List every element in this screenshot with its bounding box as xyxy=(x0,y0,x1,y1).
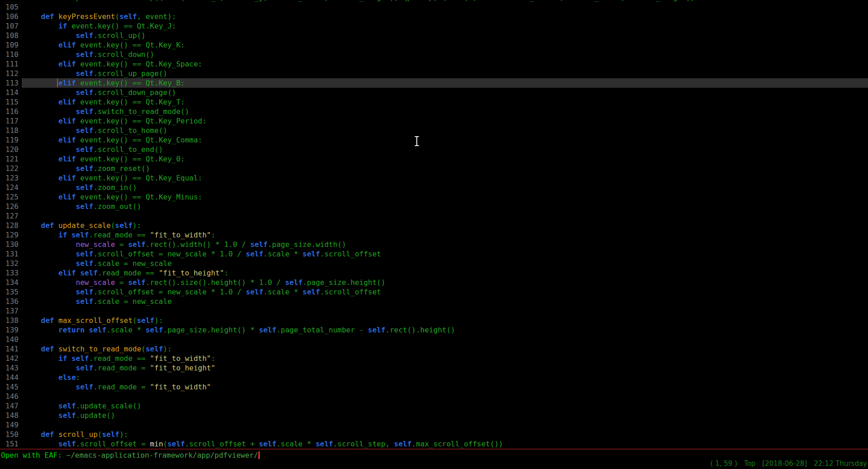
code-token: max_scroll_offset xyxy=(58,316,133,325)
minibuffer[interactable]: Open with EAF: ~/emacs-application-frame… xyxy=(1,450,868,460)
code-token xyxy=(24,259,76,268)
line-number: 118 xyxy=(0,126,22,135)
code-token: .read_mode = xyxy=(93,364,150,372)
code-token: : xyxy=(211,231,215,239)
code-text: elif event.key() == Qt.Key_Comma: xyxy=(22,135,868,145)
code-line[interactable]: 120 self.scroll_to_end() xyxy=(0,145,868,154)
code-line[interactable]: 110 self.scroll_down() xyxy=(0,50,868,59)
code-token: elif xyxy=(58,155,80,163)
code-token: self xyxy=(167,440,185,448)
code-token xyxy=(24,240,76,249)
code-token: self xyxy=(246,250,263,258)
code-text: self.switch_to_read_mode() xyxy=(22,107,868,116)
code-token: ( xyxy=(163,440,167,448)
code-token xyxy=(24,411,58,420)
code-token: new_scale xyxy=(76,278,115,287)
code-line[interactable]: 115 elif event.key() == Qt.Key_T: xyxy=(0,97,868,107)
code-line[interactable]: 139 return self.scale * self.page_size.h… xyxy=(0,325,868,335)
line-number: 148 xyxy=(0,411,22,420)
code-line[interactable]: 109 elif event.key() == Qt.Key_K: xyxy=(0,40,868,50)
code-token: "fit_to_height" xyxy=(159,269,224,277)
code-line[interactable]: 151 self.scroll_offset = min(self.scroll… xyxy=(0,439,868,449)
cursor-position-indicator: ( 1, 59 ) xyxy=(711,460,737,468)
code-text: self.scroll_offset = new_scale * 1.0 / s… xyxy=(22,249,868,259)
code-token: ( xyxy=(111,221,115,230)
code-line[interactable]: 123 elif event.key() == Qt.Key_Equal: xyxy=(0,173,868,183)
code-token: self xyxy=(115,221,133,230)
code-text: elif event.key() == Qt.Key_T: xyxy=(22,97,868,107)
code-token: ): xyxy=(163,345,172,353)
code-line[interactable]: 145 self.read_mode = "fit_to_width" xyxy=(0,382,868,392)
code-token: self xyxy=(394,440,412,448)
code-token: self xyxy=(76,126,94,135)
code-line[interactable]: 138 def max_scroll_offset(self): xyxy=(0,316,868,325)
code-text: else: xyxy=(22,373,868,382)
code-line[interactable]: 136 self.scale = new_scale xyxy=(0,297,868,306)
code-line[interactable]: 126 self.zoom_out() xyxy=(0,202,868,211)
code-line[interactable]: 117 elif event.key() == Qt.Key_Period: xyxy=(0,116,868,126)
code-line[interactable]: 105 xyxy=(0,2,868,12)
code-token: .scroll_to_end() xyxy=(93,145,163,154)
code-token: .scroll_down() xyxy=(93,50,154,59)
line-number: 129 xyxy=(0,230,22,240)
code-line[interactable]: 141 def switch_to_read_mode(self): xyxy=(0,344,868,354)
code-line[interactable]: 128 def update_scale(self): xyxy=(0,221,868,230)
code-line[interactable]: 150 def scroll_up(self): xyxy=(0,430,868,439)
code-token: "fit_to_height" xyxy=(150,364,215,372)
minibuffer-input-value[interactable]: ~/emacs-application-framework/app/pdfvie… xyxy=(67,451,258,460)
line-number: 113 xyxy=(0,78,22,88)
code-line[interactable]: 118 self.scroll_to_home() xyxy=(0,126,868,135)
line-number: 121 xyxy=(0,154,22,164)
code-token: self xyxy=(76,183,94,192)
code-line[interactable]: 127 xyxy=(0,211,868,221)
code-line[interactable]: 124 self.zoom_in() xyxy=(0,183,868,192)
code-token: = xyxy=(115,278,128,287)
code-line[interactable]: 148 self.update() xyxy=(0,411,868,420)
code-token: .scroll_to_home() xyxy=(93,126,167,135)
code-line[interactable]: 122 self.zoom_reset() xyxy=(0,164,868,173)
code-line[interactable]: 108 self.scroll_up() xyxy=(0,31,868,40)
code-text: self.scroll_up() xyxy=(22,31,868,40)
code-line[interactable]: 144 else: xyxy=(0,373,868,382)
code-line[interactable]: 140 xyxy=(0,335,868,344)
code-line[interactable]: 143 self.read_mode = "fit_to_height" xyxy=(0,363,868,373)
code-line[interactable]: 113 elif event.key() == Qt.Key_B: xyxy=(0,78,868,88)
code-line[interactable]: 142 if self.read_mode == "fit_to_width": xyxy=(0,354,868,363)
code-token xyxy=(24,345,41,353)
code-line[interactable]: 137 xyxy=(0,306,868,316)
code-line[interactable]: 147 self.update_scale() xyxy=(0,401,868,411)
code-line[interactable]: 134 new_scale = self.rect().size().heigh… xyxy=(0,278,868,287)
code-token: event.key() == Qt.Key_T: xyxy=(80,98,185,106)
code-line[interactable]: 119 elif event.key() == Qt.Key_Comma: xyxy=(0,135,868,145)
code-token: .zoom_reset() xyxy=(93,164,150,173)
code-text xyxy=(22,2,868,12)
code-line[interactable]: 107 if event.key() == Qt.Key_J: xyxy=(0,21,868,31)
code-token: update_scale xyxy=(58,221,111,230)
code-token: .zoom_out() xyxy=(93,202,141,211)
code-line[interactable]: 116 self.switch_to_read_mode() xyxy=(0,107,868,116)
code-token: self xyxy=(76,259,94,268)
code-line[interactable]: 125 elif event.key() == Qt.Key_Minus: xyxy=(0,192,868,202)
code-line[interactable]: 149 xyxy=(0,420,868,430)
code-line[interactable]: 132 self.scale = new_scale xyxy=(0,259,868,268)
code-token xyxy=(24,297,76,306)
code-line[interactable]: 133 elif self.read_mode == "fit_to_heigh… xyxy=(0,268,868,278)
code-line[interactable]: 106 def keyPressEvent(self, event): xyxy=(0,12,868,21)
code-text: def scroll_up(self): xyxy=(22,430,868,439)
code-line[interactable]: 131 self.scroll_offset = new_scale * 1.0… xyxy=(0,249,868,259)
code-line[interactable]: 121 elif event.key() == Qt.Key_0: xyxy=(0,154,868,164)
code-token: self xyxy=(146,345,163,353)
code-token: def xyxy=(41,345,59,353)
code-line[interactable]: 135 self.scroll_offset = new_scale * 1.0… xyxy=(0,287,868,297)
code-line[interactable]: 130 new_scale = self.rect().width() * 1.… xyxy=(0,240,868,249)
code-line[interactable]: 111 elif event.key() == Qt.Key_Space: xyxy=(0,59,868,69)
code-text xyxy=(22,420,868,430)
code-text: elif self.read_mode == "fit_to_height": xyxy=(22,268,868,278)
code-line[interactable]: 114 self.scroll_down_page() xyxy=(0,88,868,97)
code-line[interactable]: 146 xyxy=(0,392,868,401)
code-token: min xyxy=(150,440,163,448)
code-text: self.scroll_down_page() xyxy=(22,88,868,97)
code-token: .rect().width() * 1.0 / xyxy=(146,240,250,249)
code-line[interactable]: 129 if self.read_mode == "fit_to_width": xyxy=(0,230,868,240)
code-line[interactable]: 112 self.scroll_up_page() xyxy=(0,69,868,78)
